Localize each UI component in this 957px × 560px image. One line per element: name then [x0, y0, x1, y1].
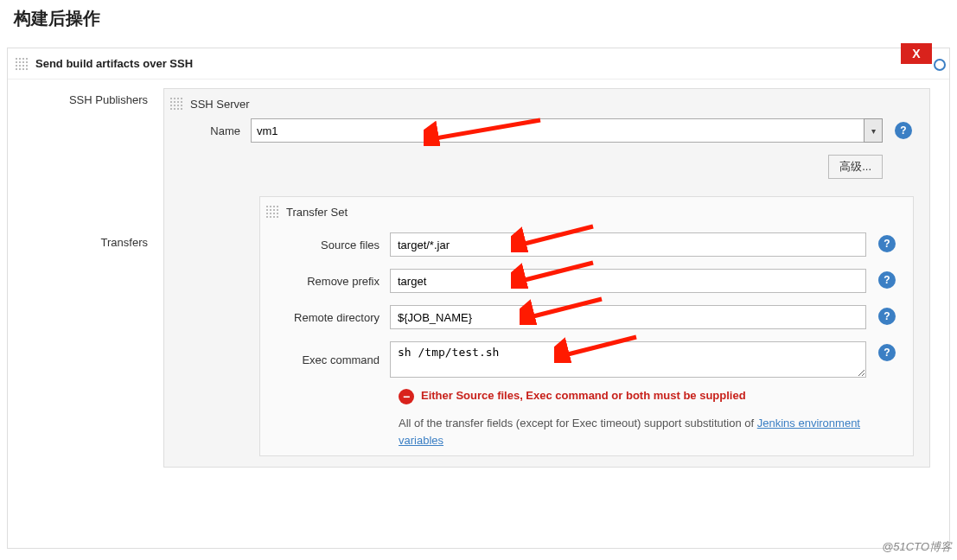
help-icon[interactable]: ? — [878, 308, 896, 325]
ssh-server-title: SSH Server — [190, 98, 250, 111]
page-title: 构建后操作 — [0, 0, 957, 37]
advanced-button[interactable]: 高级... — [828, 155, 883, 179]
chevron-down-icon[interactable]: ▾ — [864, 118, 883, 143]
name-select[interactable] — [251, 118, 864, 143]
source-files-row: Source files ? — [260, 226, 913, 263]
help-icon[interactable]: ? — [878, 271, 896, 289]
name-label: Name — [164, 124, 251, 137]
error-text: Either Source files, Exec command or bot… — [421, 389, 746, 402]
source-files-label: Source files — [260, 239, 390, 251]
transfer-section: Transfer Set Source files ? Remove prefi… — [164, 196, 929, 456]
exec-command-label: Exec command — [260, 353, 390, 366]
ssh-server-panel: SSH Server Name ▾ ? 高级... — [163, 88, 930, 468]
transfers-label: Transfers — [15, 236, 148, 249]
watermark: @51CTO博客 — [882, 539, 952, 555]
remote-dir-row: Remote directory ? — [260, 299, 913, 335]
hint-pre: All of the transfer fields (except for E… — [399, 417, 757, 430]
publishers-label: SSH Publishers — [15, 93, 148, 106]
left-column: SSH Publishers Transfers — [8, 80, 155, 548]
help-icon[interactable]: ? — [878, 344, 896, 361]
help-icon[interactable] — [934, 59, 946, 71]
transfer-panel: Transfer Set Source files ? Remove prefi… — [259, 196, 914, 456]
exec-command-input[interactable] — [390, 341, 866, 378]
remove-prefix-row: Remove prefix ? — [260, 263, 913, 299]
hint-text: All of the transfer fields (except for E… — [260, 411, 913, 455]
drag-handle-icon[interactable] — [15, 57, 29, 71]
help-icon[interactable]: ? — [878, 235, 896, 252]
error-icon: − — [399, 389, 414, 404]
section-header: Send build artifacts over SSH — [8, 48, 949, 80]
ssh-server-heading: SSH Server — [164, 89, 929, 118]
help-icon[interactable]: ? — [895, 122, 912, 139]
right-column: SSH Server Name ▾ ? 高级... — [155, 80, 949, 548]
remove-prefix-input[interactable] — [390, 269, 866, 293]
transfer-heading: Transfer Set — [260, 197, 913, 226]
close-button[interactable]: X — [901, 43, 932, 64]
remote-dir-label: Remote directory — [260, 311, 390, 324]
remove-prefix-label: Remove prefix — [260, 275, 390, 288]
section-title: Send build artifacts over SSH — [35, 57, 193, 70]
transfer-title: Transfer Set — [286, 206, 348, 219]
post-build-section: X Send build artifacts over SSH SSH Publ… — [7, 48, 950, 549]
drag-handle-icon[interactable] — [169, 97, 183, 111]
validation-error: − Either Source files, Exec command or b… — [260, 384, 913, 411]
name-row: Name ▾ ? — [164, 118, 929, 143]
source-files-input[interactable] — [390, 232, 866, 257]
exec-command-row: Exec command ? — [260, 335, 913, 384]
remote-dir-input[interactable] — [390, 305, 866, 329]
drag-handle-icon[interactable] — [265, 205, 279, 219]
